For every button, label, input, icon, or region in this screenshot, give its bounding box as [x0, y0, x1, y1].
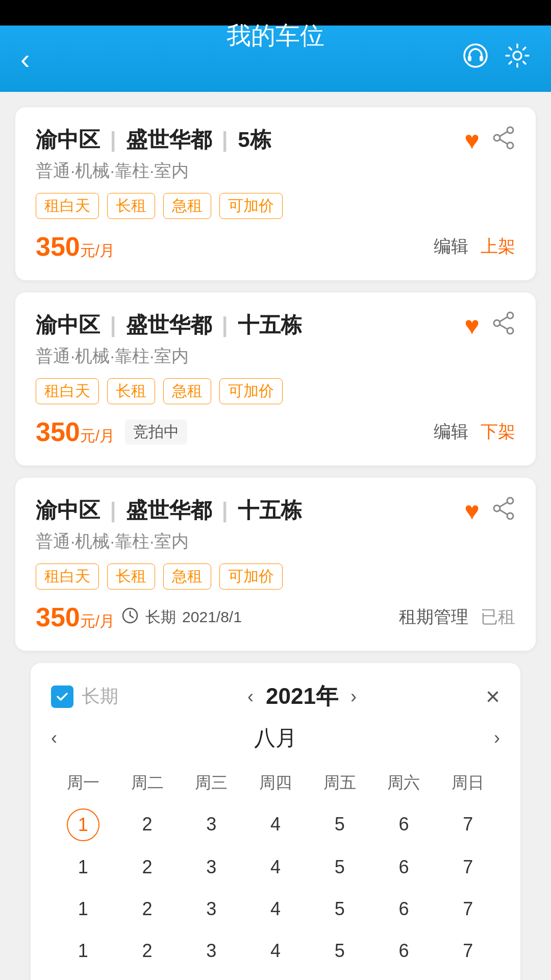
listing-card-1: 渝中区 | 盛世华都 | 5栋 ♥ 普通·机械·靠 [15, 107, 536, 280]
next-month-button[interactable]: › [494, 727, 500, 749]
weekday-sat: 周六 [372, 768, 436, 798]
day-5-1[interactable]: 1 [51, 977, 115, 980]
listing-footer-right-2: 编辑 下架 [434, 420, 515, 444]
settings-icon[interactable] [504, 42, 531, 75]
share-icon-2[interactable] [492, 311, 515, 340]
day-1-1[interactable]: 1 [67, 808, 99, 841]
longterm-checkbox[interactable] [51, 685, 73, 708]
day-3-4[interactable]: 4 [243, 893, 308, 925]
day-1-5[interactable]: 5 [308, 808, 372, 841]
listing-tags-3: 租白天 长租 急租 可加价 [36, 564, 515, 590]
share-icon-3[interactable] [492, 497, 515, 526]
svg-point-9 [507, 312, 513, 318]
edit-button-2[interactable]: 编辑 [434, 420, 468, 444]
day-1-7[interactable]: 7 [436, 808, 500, 841]
tag-0-3: 可加价 [219, 193, 283, 219]
day-2-5[interactable]: 5 [308, 851, 372, 883]
listing-subtitle-1: 普通·机械·靠柱·室内 [36, 159, 515, 183]
day-5-2[interactable]: 2 [115, 977, 180, 980]
prev-year-button[interactable]: ‹ [247, 686, 254, 707]
day-4-2[interactable]: 2 [115, 935, 180, 967]
day-3-7[interactable]: 7 [436, 893, 500, 925]
calendar-close-button[interactable]: × [486, 682, 500, 710]
listing-actions-2: ♥ [464, 311, 515, 340]
weekday-headers: 周一 周二 周三 周四 周五 周六 周日 [51, 768, 500, 798]
svg-point-5 [507, 142, 513, 149]
day-1-2[interactable]: 2 [115, 808, 180, 841]
tag-2-3: 可加价 [219, 564, 283, 590]
tag-0-1: 长租 [107, 193, 155, 219]
weekday-sun: 周日 [436, 768, 500, 798]
day-3-3[interactable]: 3 [179, 893, 243, 925]
day-2-3[interactable]: 3 [179, 851, 243, 883]
day-1-4[interactable]: 4 [243, 808, 308, 841]
listing-subtitle-3: 普通·机械·靠柱·室内 [36, 530, 515, 553]
tag-0-2: 急租 [163, 193, 211, 219]
listing-title-2: 渝中区 | 盛世华都 | 十五栋 [36, 311, 302, 339]
svg-rect-1 [468, 56, 471, 61]
listing-title-1: 渝中区 | 盛世华都 | 5栋 [36, 126, 271, 154]
prev-month-button[interactable]: ‹ [51, 727, 57, 749]
weekday-wed: 周三 [179, 768, 243, 798]
tag-2-0: 租白天 [36, 564, 99, 590]
svg-point-0 [464, 44, 487, 67]
day-2-1[interactable]: 1 [51, 851, 115, 883]
app-header: ‹ 我的车位 [0, 26, 551, 92]
day-3-6[interactable]: 6 [372, 893, 436, 925]
back-button[interactable]: ‹ [20, 42, 30, 76]
action-button-2[interactable]: 下架 [481, 420, 515, 444]
svg-point-4 [507, 127, 513, 133]
favorite-icon-2[interactable]: ♥ [464, 311, 480, 340]
day-2-2[interactable]: 2 [115, 851, 180, 883]
svg-line-13 [500, 325, 508, 329]
svg-point-10 [507, 328, 513, 334]
listing-actions-3: ♥ [464, 496, 515, 526]
day-1-3[interactable]: 3 [179, 808, 243, 841]
svg-point-6 [494, 135, 500, 141]
day-3-1[interactable]: 1 [51, 893, 115, 925]
tag-1-1: 长租 [107, 378, 155, 404]
calendar-card: 长期 ‹ 2021年 › × ‹ 八月 › 周一 周二 周三 周四 周五 周六 … [31, 663, 520, 980]
main-content: 渝中区 | 盛世华都 | 5栋 ♥ 普通·机械·靠 [0, 92, 551, 651]
manage-button[interactable]: 租期管理 [399, 605, 468, 629]
day-4-6[interactable]: 6 [372, 935, 436, 967]
listing-header-3: 渝中区 | 盛世华都 | 十五栋 ♥ [36, 496, 515, 526]
calendar-header-row: 长期 ‹ 2021年 › × [51, 681, 500, 712]
listing-header-1: 渝中区 | 盛世华都 | 5栋 ♥ [36, 126, 515, 155]
next-year-button[interactable]: › [350, 686, 357, 707]
listing-tags-2: 租白天 长租 急租 可加价 [36, 378, 515, 404]
share-icon-1[interactable] [492, 126, 515, 155]
header-right-icons [462, 42, 531, 75]
support-icon[interactable] [462, 42, 489, 75]
edit-button-1[interactable]: 编辑 [434, 235, 468, 258]
day-4-5[interactable]: 5 [308, 935, 372, 967]
day-2-4[interactable]: 4 [243, 851, 308, 883]
calendar-section: 长期 ‹ 2021年 › × ‹ 八月 › 周一 周二 周三 周四 周五 周六 … [0, 651, 551, 980]
day-4-4[interactable]: 4 [243, 935, 308, 967]
day-4-1[interactable]: 1 [51, 935, 115, 967]
svg-rect-2 [480, 56, 483, 61]
day-3-2[interactable]: 2 [115, 893, 180, 925]
svg-point-16 [494, 505, 500, 511]
action-button-3: 已租 [481, 605, 515, 629]
longterm-section: 长期 [51, 684, 118, 709]
day-2-7[interactable]: 7 [436, 851, 500, 883]
favorite-icon-1[interactable]: ♥ [464, 126, 480, 155]
svg-point-14 [507, 498, 513, 504]
day-4-3[interactable]: 3 [179, 935, 243, 967]
day-1-6[interactable]: 6 [372, 808, 436, 841]
days-grid: 1 2 3 4 5 6 7 1 2 3 4 5 6 7 1 2 3 4 5 6 … [51, 808, 500, 980]
day-3-5[interactable]: 5 [308, 893, 372, 925]
listing-footer-right-1: 编辑 上架 [434, 235, 515, 258]
tag-2-1: 长租 [107, 564, 155, 590]
listing-tags-1: 租白天 长租 急租 可加价 [36, 193, 515, 219]
month-navigation: ‹ 八月 › [51, 724, 500, 752]
weekday-mon: 周一 [51, 768, 115, 798]
day-4-7[interactable]: 7 [436, 935, 500, 967]
action-button-1[interactable]: 上架 [481, 235, 515, 258]
svg-line-12 [500, 317, 508, 322]
listing-price-3: 350元/月 [36, 602, 115, 632]
listing-footer-right-3: 租期管理 已租 [399, 605, 515, 629]
day-2-6[interactable]: 6 [372, 851, 436, 883]
favorite-icon-3[interactable]: ♥ [464, 496, 480, 526]
